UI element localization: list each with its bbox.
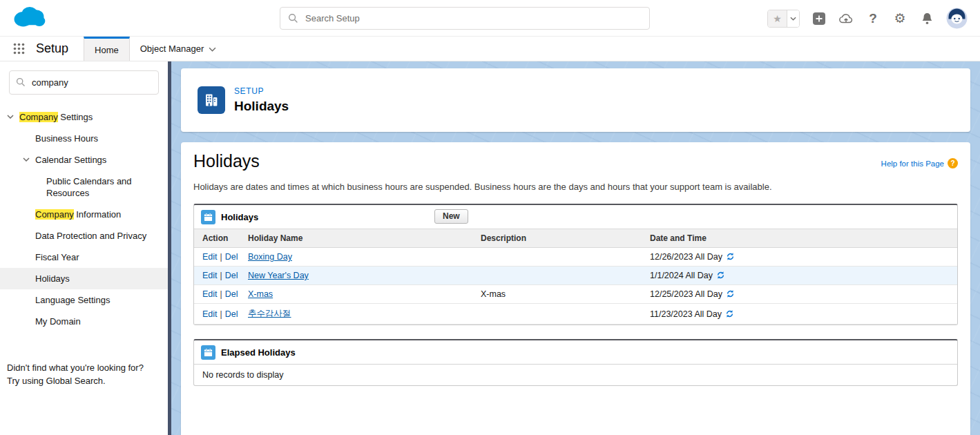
- favorites-dropdown-icon[interactable]: [787, 10, 799, 27]
- page-title: Holidays: [234, 99, 289, 114]
- sidebar-item-label: Holidays: [35, 273, 70, 284]
- help-for-this-page-link[interactable]: Help for this Page ?: [881, 158, 958, 168]
- sidebar-item-my-domain[interactable]: My Domain: [0, 311, 168, 332]
- column-description: Description: [472, 229, 642, 248]
- del-link[interactable]: Del: [225, 289, 238, 299]
- sidebar-item-company-settings[interactable]: Company Settings: [0, 106, 168, 128]
- new-holiday-button[interactable]: New: [434, 209, 468, 224]
- tab-home[interactable]: Home: [84, 37, 130, 61]
- search-icon: [288, 13, 298, 26]
- notifications-bell-icon[interactable]: [919, 11, 934, 26]
- sidebar-item-public-calendars[interactable]: Public Calendars and Resources: [0, 171, 168, 204]
- elapsed-holidays-header: Elapsed Holidays: [194, 340, 957, 364]
- setup-gear-icon[interactable]: ⚙: [892, 11, 907, 26]
- tab-object-manager-label: Object Manager: [140, 44, 204, 54]
- page-header-eyebrow: SETUP: [234, 86, 289, 96]
- recurring-icon: [726, 252, 735, 261]
- holidays-section: Holidays New Action Holiday Name Descrip…: [193, 204, 958, 325]
- sidebar-item-label: My Domain: [35, 316, 81, 327]
- holidays-table: Action Holiday Name Description Date and…: [194, 229, 957, 325]
- salesforce-logo: [10, 3, 48, 33]
- help-link-label: Help for this Page: [881, 160, 944, 168]
- sidebar-footer: Didn't find what you're looking for? Try…: [7, 361, 159, 387]
- holiday-name-link[interactable]: New Year's Day: [248, 271, 309, 280]
- elapsed-holidays-title: Elapsed Holidays: [221, 347, 296, 358]
- del-link[interactable]: Del: [225, 271, 238, 280]
- sidebar-item-label: Fiscal Year: [35, 251, 79, 263]
- sidebar-item-company-information[interactable]: Company Information: [0, 204, 168, 225]
- setup-sidebar: Company Settings Business Hours Calendar…: [0, 61, 168, 435]
- sidebar-item-label: Calendar Settings: [35, 154, 106, 166]
- global-search-input[interactable]: [280, 7, 650, 30]
- table-row: Edit|Del 추수감사절 11/23/2023 All Day: [194, 304, 957, 325]
- tab-object-manager[interactable]: Object Manager: [130, 37, 227, 61]
- chevron-down-icon[interactable]: [23, 154, 35, 162]
- del-link[interactable]: Del: [225, 309, 238, 319]
- sidebar-item-data-protection[interactable]: Data Protection and Privacy: [0, 225, 168, 246]
- tab-home-label: Home: [95, 45, 119, 55]
- holiday-name-link[interactable]: 추수감사절: [248, 309, 291, 318]
- user-avatar[interactable]: [946, 8, 968, 29]
- sidebar-item-label: Business Hours: [35, 133, 98, 144]
- empty-state-message: No records to display: [194, 364, 957, 385]
- holidays-section-title: Holidays: [221, 212, 258, 222]
- date-cell: 12/26/2023 All Day: [642, 248, 957, 267]
- company-building-icon: [198, 86, 225, 114]
- sidebar-item-label: Data Protection and Privacy: [35, 230, 146, 242]
- sidebar-item-label: Public Calendars and Resources: [46, 175, 140, 199]
- quick-find-input[interactable]: [9, 70, 159, 95]
- app-launcher-icon[interactable]: [7, 37, 30, 61]
- app-name: Setup: [36, 37, 68, 61]
- sidebar-item-language-settings[interactable]: Language Settings: [0, 289, 168, 311]
- sidebar-item-business-hours[interactable]: Business Hours: [0, 128, 168, 149]
- table-row: Edit|Del Boxing Day 12/26/2023 All Day: [194, 248, 957, 267]
- calendar-icon: [201, 210, 215, 224]
- sidebar-footer-line2: Try using Global Search.: [7, 374, 159, 387]
- edit-link[interactable]: Edit: [202, 309, 218, 319]
- sidebar-item-calendar-settings[interactable]: Calendar Settings: [0, 149, 168, 171]
- action-separator: |: [220, 309, 222, 319]
- page-header-text: SETUP Holidays: [234, 86, 289, 114]
- recurring-icon: [716, 271, 725, 280]
- sidebar-footer-line1: Didn't find what you're looking for?: [7, 361, 159, 374]
- sidebar-item-label: Company Settings: [19, 111, 93, 123]
- edit-link[interactable]: Edit: [202, 252, 218, 262]
- column-action: Action: [194, 229, 240, 248]
- quick-find: [9, 70, 159, 95]
- global-header: ★ ? ⚙: [0, 0, 980, 37]
- favorites-star-icon[interactable]: ★: [768, 10, 787, 27]
- recurring-icon: [726, 289, 735, 298]
- search-icon: [16, 77, 26, 89]
- chevron-down-icon: [209, 44, 216, 54]
- setup-content: SETUP Holidays Holidays Help for this Pa…: [171, 61, 980, 435]
- setup-nav-bar: Setup Home Object Manager: [0, 37, 980, 61]
- holidays-section-header: Holidays New: [194, 205, 957, 229]
- edit-link[interactable]: Edit: [202, 271, 218, 280]
- action-cell: Edit|Del: [194, 248, 240, 267]
- upload-cloud-icon[interactable]: [838, 11, 854, 26]
- description-cell: [472, 304, 642, 325]
- table-row: Edit|Del New Year's Day 1/1/2024 All Day: [194, 267, 957, 285]
- holiday-name-link[interactable]: Boxing Day: [248, 252, 292, 262]
- sidebar-item-fiscal-year[interactable]: Fiscal Year: [0, 246, 168, 268]
- action-separator: |: [220, 271, 222, 280]
- calendar-icon: [201, 345, 215, 360]
- global-actions-icon[interactable]: [811, 11, 827, 26]
- help-icon[interactable]: ?: [865, 11, 881, 26]
- app-body: Company Settings Business Hours Calendar…: [0, 61, 980, 435]
- chevron-down-icon[interactable]: [7, 111, 19, 119]
- sidebar-item-holidays[interactable]: Holidays: [0, 268, 168, 289]
- description-cell: X-mas: [472, 285, 642, 304]
- recurring-icon: [725, 309, 734, 318]
- page-description: Holidays are dates and times at which bu…: [193, 182, 958, 192]
- global-search: [280, 7, 650, 30]
- date-cell: 12/25/2023 All Day: [642, 285, 957, 304]
- main-title-row: Holidays Help for this Page ?: [193, 151, 958, 171]
- description-cell: [472, 267, 642, 285]
- edit-link[interactable]: Edit: [202, 289, 218, 299]
- column-date-and-time: Date and Time: [642, 229, 957, 248]
- action-cell: Edit|Del: [194, 304, 240, 325]
- date-cell: 1/1/2024 All Day: [642, 267, 957, 285]
- holiday-name-link[interactable]: X-mas: [248, 289, 273, 299]
- del-link[interactable]: Del: [225, 252, 238, 262]
